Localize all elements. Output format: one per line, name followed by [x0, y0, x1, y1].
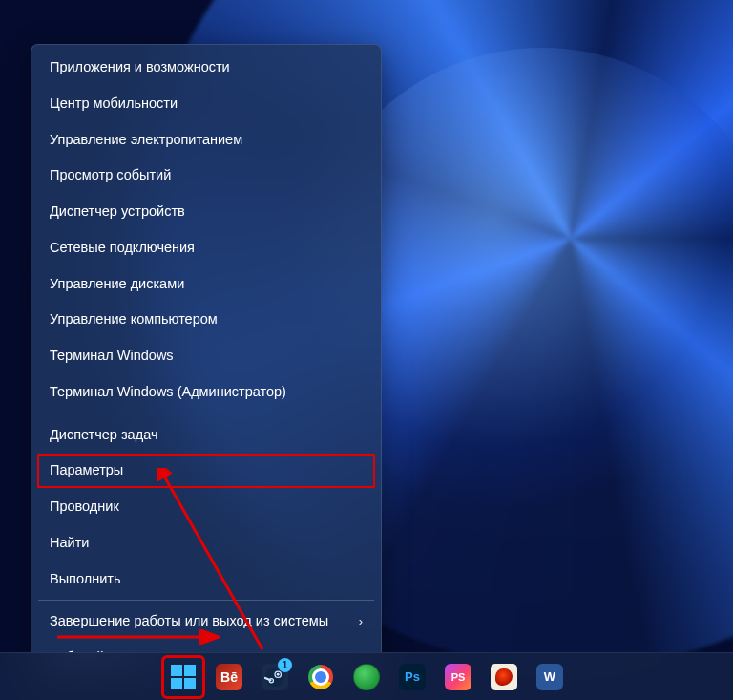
svg-point-4	[277, 672, 280, 675]
winx-context-menu: Приложения и возможностиЦентр мобильност…	[31, 44, 382, 682]
menu-item-label: Терминал Windows	[50, 346, 174, 367]
menu-item[interactable]: Параметры	[36, 453, 376, 489]
menu-item[interactable]: Выполнить	[36, 562, 376, 598]
menu-item-label: Приложения и возможности	[50, 57, 230, 78]
menu-item-label: Управление компьютером	[50, 309, 218, 330]
menu-item[interactable]: Завершение работы или выход из системы›	[36, 604, 376, 640]
menu-item[interactable]: Центр мобильности	[36, 86, 376, 122]
menu-item[interactable]: Управление дисками	[36, 266, 376, 303]
taskbar-app-bihance[interactable]: Bē	[209, 657, 249, 697]
menu-item-label: Параметры	[50, 460, 123, 481]
taskbar: Bē 1 Ps PS W	[0, 652, 733, 700]
taskbar-app-word[interactable]: W	[530, 657, 570, 697]
taskbar-app-krita[interactable]	[484, 657, 524, 697]
menu-item[interactable]: Диспетчер устройств	[36, 194, 376, 230]
menu-item[interactable]: Найти	[36, 525, 376, 562]
menu-item-label: Диспетчер устройств	[50, 202, 185, 223]
menu-item[interactable]: Приложения и возможности	[36, 50, 376, 86]
chevron-right-icon: ›	[359, 612, 363, 631]
menu-item-label: Завершение работы или выход из системы	[50, 611, 328, 632]
menu-item[interactable]: Управление электропитанием	[36, 122, 376, 159]
menu-item[interactable]: Диспетчер задач	[36, 417, 376, 454]
taskbar-app-steam[interactable]: 1	[255, 657, 295, 697]
menu-item-label: Найти	[50, 533, 89, 554]
taskbar-app-chrome[interactable]	[301, 657, 341, 697]
phpstorm-icon: PS	[445, 664, 471, 690]
menu-item-label: Диспетчер задач	[50, 425, 157, 446]
menu-item-label: Сетевые подключения	[50, 238, 195, 259]
taskbar-app-duckstation[interactable]	[346, 657, 387, 697]
menu-item-label: Терминал Windows (Администратор)	[50, 382, 286, 403]
notification-badge: 1	[278, 658, 292, 672]
windows-logo-icon	[171, 665, 196, 689]
photoshop-icon: Ps	[399, 664, 426, 690]
menu-item-label: Управление дисками	[50, 274, 184, 295]
menu-separator	[38, 600, 374, 601]
menu-item[interactable]: Терминал Windows	[36, 338, 376, 374]
green-sphere-icon	[353, 664, 380, 690]
menu-item-label: Выполнить	[50, 569, 120, 590]
taskbar-app-phpstorm[interactable]: PS	[438, 657, 478, 697]
krita-icon	[491, 664, 517, 690]
menu-item-label: Управление электропитанием	[50, 130, 242, 151]
taskbar-app-photoshop[interactable]: Ps	[392, 657, 432, 697]
menu-item[interactable]: Сетевые подключения	[36, 230, 376, 266]
menu-item[interactable]: Терминал Windows (Администратор)	[36, 374, 376, 411]
start-button[interactable]	[163, 657, 203, 697]
bihance-icon: Bē	[216, 664, 242, 690]
menu-separator	[38, 414, 374, 414]
menu-item-label: Просмотр событий	[50, 165, 171, 186]
word-icon: W	[536, 664, 563, 690]
menu-item[interactable]: Просмотр событий	[36, 158, 376, 194]
menu-item[interactable]: Проводник	[36, 489, 376, 525]
menu-item[interactable]: Управление компьютером	[36, 302, 376, 338]
menu-item-label: Проводник	[50, 497, 119, 518]
menu-item-label: Центр мобильности	[50, 94, 178, 115]
chrome-icon	[308, 665, 333, 689]
